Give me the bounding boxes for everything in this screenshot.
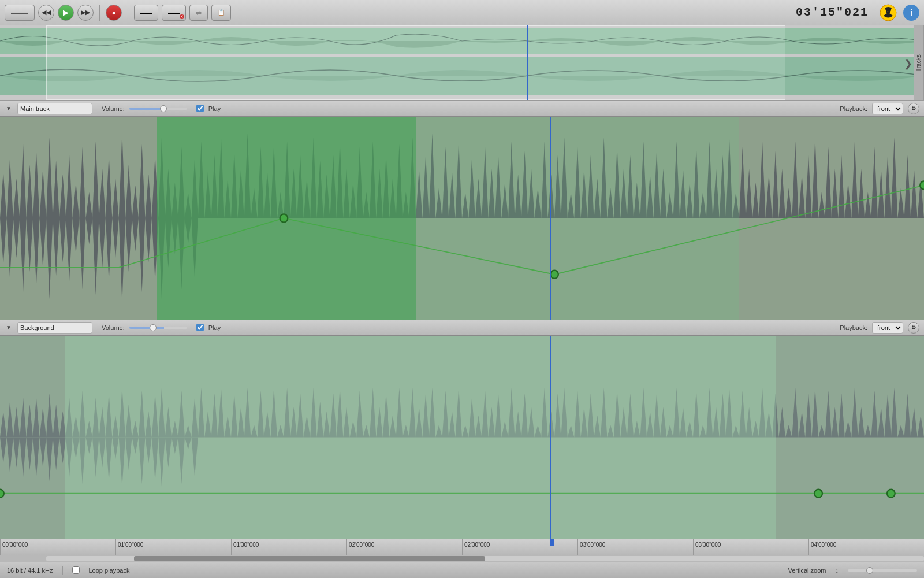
hazmat-icon[interactable] [879,3,897,22]
bg-track-play-label: Play [208,324,221,331]
bg-track-header: ▼ Volume: Play Playback: front back both… [0,320,924,336]
ruler-mark-7: 04'00"000 [808,539,836,555]
ruler-mark-6: 03'30"000 [693,539,721,555]
ruler-mark-2: 01'30"000 [231,539,259,555]
bg-track-settings-button[interactable]: ⚙ [908,322,919,334]
bg-track-playback-label: Playback: [840,324,867,331]
main-track-name[interactable] [17,103,92,114]
time-display: 03'15"021 [796,6,869,19]
overview-viewport[interactable] [46,25,785,100]
main-content: ▼ Volume: Play Playback: front back both… [0,101,924,539]
ruler-mark-5: 03'00"000 [578,539,605,555]
toolbar-btn-2[interactable]: ▬▬ ✕ [162,5,186,21]
main-track-play-label: Play [208,105,221,112]
scroll-area[interactable] [0,555,924,562]
main-track-settings-button[interactable]: ⚙ [908,103,919,114]
vertical-zoom-slider[interactable] [848,569,917,572]
rewind-button[interactable]: ◀◀ [38,5,54,21]
loop-playback-label: Loop playback [89,567,130,574]
svg-point-1 [886,11,890,14]
bg-track-content [0,336,924,539]
ruler-playhead-marker [550,539,554,546]
main-track-playback-label: Playback: [840,105,867,112]
main-track-volume-label: Volume: [102,105,125,112]
bg-track-collapse[interactable]: ▼ [5,324,13,332]
bg-track-play-checkbox[interactable] [196,324,204,331]
horizontal-scrollbar[interactable] [46,556,924,561]
ruler-mark-4: 02'30"000 [462,539,490,555]
bit-depth-label: 16 bit / 44.1 kHz [7,567,53,574]
record-button[interactable]: ● [106,5,122,21]
info-button[interactable]: i [903,5,919,21]
vertical-zoom-icon: ↕ [836,567,839,574]
main-track-volume-slider[interactable] [129,108,187,110]
overview-content: ❯ [0,25,924,100]
ruler-mark-3: 02'00"000 [346,539,374,555]
main-track-light-selection [157,117,416,320]
bg-track-volume-label: Volume: [102,324,125,331]
status-separator [62,566,63,575]
overview-panel: ❯ Tracks [0,25,924,101]
bg-track-volume-slider[interactable] [129,327,187,329]
overview-playhead [527,25,528,100]
main-track-playhead [550,117,551,320]
play-button[interactable]: ▶ [58,5,74,21]
tracks-label: Tracks [914,25,924,101]
toolbar-btn-3[interactable]: ⇌ [189,5,208,21]
main-track-collapse[interactable]: ▼ [5,105,13,113]
scrollbar-thumb[interactable] [134,556,485,561]
toolbar-btn-4[interactable]: 📋 [211,5,231,21]
main-track-play-checkbox[interactable] [196,105,204,112]
fast-forward-button[interactable]: ▶▶ [77,5,94,21]
toolbar-btn-1[interactable]: ▬▬ [134,5,158,21]
bg-track-playhead [550,336,551,539]
ruler-mark-0: 00'30"000 [0,539,28,555]
main-track-header: ▼ Volume: Play Playback: front back both… [0,101,924,117]
main-track-right-selection [416,117,739,320]
status-bar: 16 bit / 44.1 kHz Loop playback Vertical… [0,562,924,578]
bg-track-region [65,336,776,539]
bg-track-playback-select[interactable]: front back both [872,322,903,334]
main-track-content [0,117,924,320]
main-track-playback-select[interactable]: front back both [872,103,903,114]
timeline-ruler: 00'30"000 01'00"000 01'30"000 02'00"000 … [0,539,924,555]
ruler-mark-1: 01'00"000 [116,539,143,555]
overview-scroll-right[interactable]: ❯ [904,57,912,70]
separator-1 [99,5,100,21]
toolbar: ▬▬▬ ◀◀ ▶ ▶▶ ● ▬▬ ▬▬ ✕ ⇌ 📋 03'15"021 i [0,0,924,25]
bg-track-name[interactable] [17,322,92,334]
loop-playback-checkbox[interactable] [72,566,80,574]
separator-2 [128,5,128,21]
toolbar-transport-group: ▬▬▬ [5,5,35,21]
vertical-zoom-label: Vertical zoom [788,567,826,574]
